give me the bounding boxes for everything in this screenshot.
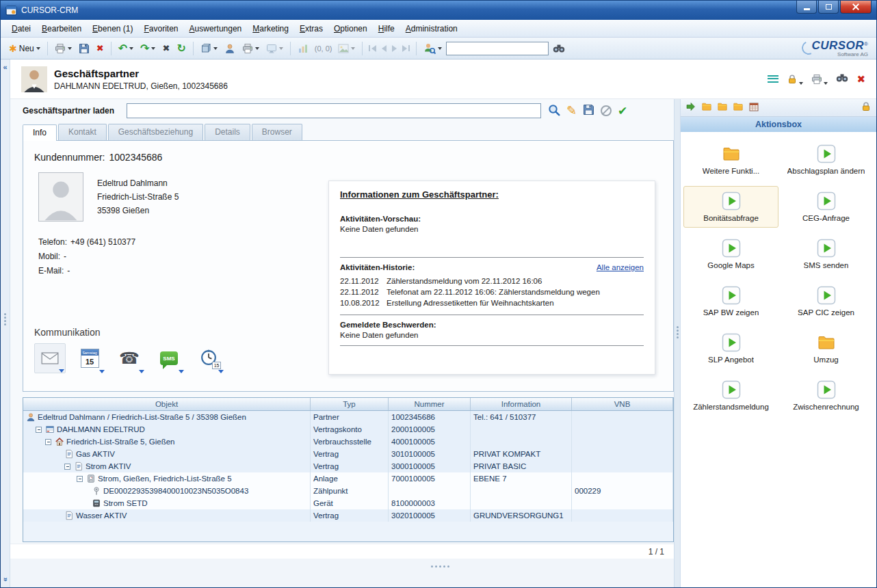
partner-load-input[interactable] — [127, 103, 541, 118]
lock-dropdown-caret[interactable] — [799, 82, 803, 85]
action-zwischenrechnung[interactable]: Zwischenrechnung — [778, 375, 874, 416]
image-button[interactable] — [335, 41, 358, 56]
new-dropdown-caret[interactable] — [36, 47, 40, 50]
bottom-splitter[interactable] — [10, 559, 674, 587]
phone-dropdown-caret[interactable] — [139, 370, 144, 373]
table-row[interactable]: Strom, Gießen, Friedrich-List-Straße 5 A… — [23, 472, 673, 485]
assign-button[interactable] — [222, 41, 238, 56]
action-abschlagsplan-aendern[interactable]: Abschlagsplan ändern — [778, 139, 874, 181]
menu-item-hilfe[interactable]: Hilfe — [373, 21, 400, 36]
menu-item-administration[interactable]: Administration — [400, 21, 463, 36]
collapse-toggle[interactable] — [77, 476, 83, 482]
print-list-dropdown-caret[interactable] — [255, 47, 259, 50]
nav-last-button[interactable] — [400, 45, 412, 52]
refresh-button[interactable] — [174, 41, 188, 56]
titlebar[interactable]: CURSOR-CRM — [1, 1, 876, 20]
vertical-splitter[interactable] — [674, 99, 681, 587]
menu-item-ebenen[interactable]: Ebenen (1) — [87, 21, 138, 36]
action-zaehlerstandsmeldung[interactable]: Zählerstandsmeldung — [683, 375, 778, 416]
tab-kontakt[interactable]: Kontakt — [58, 124, 107, 140]
table-row[interactable]: DE00022935398400010023N5035O0843 Zählpun… — [23, 485, 673, 497]
menu-item-extras[interactable]: Extras — [294, 21, 328, 36]
history-row[interactable]: 22.11.2012Zählerstandsmeldung vom 22.11.… — [340, 276, 644, 286]
cancel-button[interactable] — [159, 42, 172, 55]
action-ceg-anfrage[interactable]: CEG-Anfrage — [778, 186, 874, 228]
horizontal-splitter-grip[interactable] — [431, 565, 449, 567]
left-splitter-strip[interactable] — [1, 59, 10, 587]
menu-item-optionen[interactable]: Optionen — [328, 21, 373, 36]
print-button[interactable] — [52, 41, 75, 56]
action-bonitaetsabfrage[interactable]: Bonitätsabfrage — [683, 186, 778, 228]
menu-item-favoriten[interactable]: Favoriten — [138, 21, 183, 36]
phone-call-button[interactable] — [114, 343, 145, 373]
save-record-button[interactable] — [583, 104, 594, 118]
print-dropdown-caret[interactable] — [68, 47, 72, 50]
vertical-splitter-grip[interactable] — [677, 325, 679, 340]
menu-item-bearbeiten[interactable]: Bearbeiten — [36, 21, 87, 36]
collapse-bottom-icon[interactable] — [1, 577, 9, 581]
menu-item-marketing[interactable]: Marketing — [247, 21, 294, 36]
search-button[interactable] — [550, 40, 568, 57]
table-row[interactable]: Strom SETD Gerät 8100000003 — [23, 497, 673, 509]
action-umzug[interactable]: Umzug — [778, 328, 874, 369]
email-button[interactable] — [34, 343, 66, 373]
relations-button[interactable] — [198, 41, 220, 56]
left-splitter-grip[interactable] — [4, 312, 6, 327]
nav-next-button[interactable] — [390, 45, 399, 52]
print-list-button[interactable] — [239, 41, 262, 56]
tab-browser[interactable]: Browser — [252, 124, 302, 140]
history-row[interactable]: 22.11.2012Telefonat am 22.11.2012 16:06:… — [340, 286, 644, 297]
tab-details[interactable]: Details — [205, 124, 250, 140]
action-weitere-funktionen[interactable]: Weitere Funkti... — [683, 139, 778, 181]
history-row[interactable]: 10.08.2012Erstellung Adressetiketten für… — [340, 297, 644, 308]
panel-lock-button[interactable] — [861, 101, 872, 114]
forward-dropdown-caret[interactable] — [151, 47, 155, 50]
task-dropdown-caret[interactable] — [218, 370, 224, 373]
send-button[interactable] — [263, 41, 286, 56]
tab-info[interactable]: Info — [23, 124, 57, 141]
appointment-button[interactable]: Samstag 15 — [74, 343, 105, 373]
confirm-icon[interactable] — [618, 105, 627, 117]
table-row[interactable]: Strom AKTIV Vertrag 3000100005 PRIVAT BA… — [23, 460, 673, 472]
search-record-button[interactable] — [548, 104, 560, 118]
panel-new-folder-button[interactable] — [717, 101, 728, 114]
edit-icon[interactable] — [566, 105, 577, 117]
relations-dropdown-caret[interactable] — [213, 47, 218, 50]
nav-prev-button[interactable] — [380, 45, 389, 52]
save-button[interactable] — [76, 41, 92, 56]
delete-button[interactable] — [94, 42, 107, 55]
panel-new-action-button[interactable] — [733, 101, 744, 114]
column-header-nummer[interactable]: Nummer — [389, 398, 471, 410]
nav-first-button[interactable] — [367, 45, 378, 52]
column-header-objekt[interactable]: Objekt — [23, 398, 311, 410]
person-search-button[interactable] — [421, 40, 445, 57]
menu-item-auswertungen[interactable]: Auswertungen — [184, 21, 248, 36]
sms-button[interactable]: SMS — [153, 343, 185, 373]
action-sms-senden[interactable]: SMS senden — [778, 233, 874, 275]
collapse-toggle[interactable] — [36, 427, 42, 433]
collapse-toggle[interactable] — [45, 439, 51, 445]
sms-dropdown-caret[interactable] — [179, 370, 184, 373]
forward-button[interactable] — [138, 41, 158, 56]
collapse-toggle[interactable] — [64, 464, 70, 470]
panel-up-button[interactable] — [701, 101, 712, 114]
discard-icon[interactable] — [601, 105, 612, 116]
column-header-information[interactable]: Information — [471, 398, 572, 410]
action-sap-bw-zeigen[interactable]: SAP BW zeigen — [683, 280, 778, 322]
back-dropdown-caret[interactable] — [129, 47, 133, 50]
tab-geschaeftsbeziehung[interactable]: Geschäftsbeziehung — [108, 124, 203, 140]
record-lock-button[interactable] — [787, 74, 803, 85]
action-google-maps[interactable]: Google Maps — [683, 233, 778, 275]
email-dropdown-caret[interactable] — [59, 369, 64, 373]
appointment-dropdown-caret[interactable] — [99, 370, 105, 373]
table-row[interactable]: Edeltrud Dahlmann / Friedrich-List-Straß… — [23, 411, 673, 423]
record-menu-icon[interactable] — [768, 75, 778, 83]
close-button[interactable] — [840, 1, 872, 14]
action-slp-angebot[interactable]: SLP Angebot — [683, 328, 778, 369]
person-search-dropdown-caret[interactable] — [438, 47, 442, 50]
table-row[interactable]: DAHLMANN EDELTRUD Vertragskonto 20001000… — [23, 423, 673, 436]
collapse-left-icon[interactable] — [3, 64, 7, 71]
menu-item-datei[interactable]: Datei — [6, 21, 36, 36]
task-button[interactable]: 15 — [193, 343, 224, 373]
column-header-vnb[interactable]: VNB — [572, 398, 673, 410]
